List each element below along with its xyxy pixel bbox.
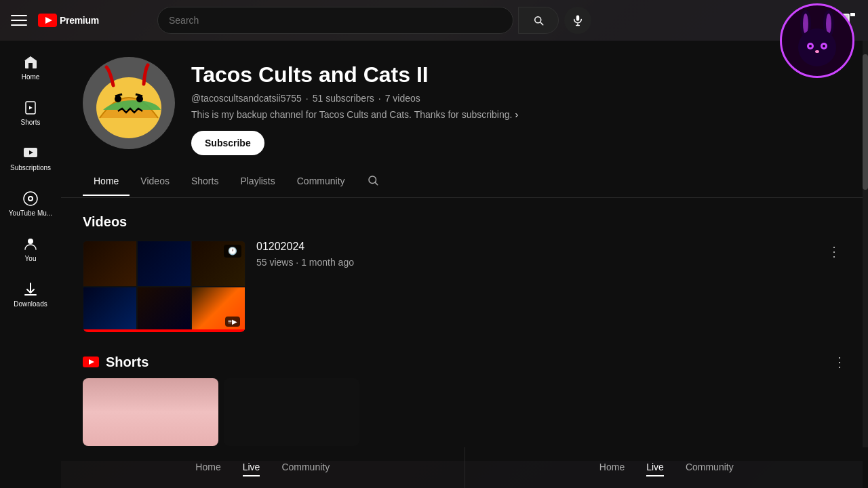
channel-meta: @tacoscultsandcatsii5755 · 51 subscriber… xyxy=(191,93,846,104)
shorts-icon xyxy=(22,100,39,116)
thumb-cell-1 xyxy=(83,241,137,287)
channel-desc-text: This is my backup channel for Tacos Cult… xyxy=(191,109,512,120)
shorts-section: Shorts ⋮ xyxy=(61,343,868,457)
overlay-right-section: Home Live Community xyxy=(465,447,869,488)
channel-tabs: Home Videos Shorts Playlists Community xyxy=(61,166,868,198)
videos-section: Videos 🕐 ≡▶ 01202024 55 views xyxy=(61,198,868,343)
svg-rect-16 xyxy=(28,63,33,68)
svg-point-9 xyxy=(826,14,831,34)
shorts-menu-button[interactable]: ⋮ xyxy=(833,354,846,370)
shorts-header: Shorts ⋮ xyxy=(83,354,846,370)
premium-label: Premium xyxy=(60,15,99,26)
overlay-right-community[interactable]: Community xyxy=(686,459,734,476)
mic-icon xyxy=(572,14,584,26)
bunny-avatar-decoration xyxy=(780,3,861,85)
svg-point-27 xyxy=(136,96,143,102)
sidebar-item-shorts-label: Shorts xyxy=(21,119,41,126)
chevron-right-icon: › xyxy=(515,109,518,120)
playlist-icon: ≡▶ xyxy=(225,317,240,327)
sidebar-item-home[interactable]: Home xyxy=(3,46,58,89)
channel-video-count: 7 videos xyxy=(385,93,420,104)
search-area xyxy=(157,7,591,34)
video-meta: 55 views · 1 month ago xyxy=(256,257,846,268)
search-input[interactable] xyxy=(169,15,502,26)
tab-videos[interactable]: Videos xyxy=(130,167,180,196)
channel-name: Tacos Cults and Cats II xyxy=(191,62,846,87)
svg-point-7 xyxy=(803,14,808,34)
home-icon xyxy=(22,54,39,70)
main-content: Tacos Cults and Cats II @tacoscultsandca… xyxy=(61,41,868,488)
video-age: 1 month ago xyxy=(301,257,354,268)
sidebar-item-music-label: YouTube Mu... xyxy=(9,209,52,217)
sidebar: Home Shorts Subscriptions YouTub xyxy=(0,41,61,488)
youtube-logo-icon xyxy=(38,14,57,27)
search-icon xyxy=(532,14,545,26)
tab-search-button[interactable] xyxy=(361,166,384,197)
mic-button[interactable] xyxy=(564,7,591,34)
shorts-yt-icon xyxy=(83,357,99,367)
channel-header: Tacos Cults and Cats II @tacoscultsandca… xyxy=(61,41,868,166)
overlay-left-community[interactable]: Community xyxy=(281,459,330,476)
channel-handle: @tacoscultsandcatsii5755 xyxy=(191,93,302,104)
menu-button[interactable] xyxy=(11,12,27,28)
tab-home[interactable]: Home xyxy=(83,167,130,196)
overlay-right-live[interactable]: Live xyxy=(646,459,664,476)
svg-rect-23 xyxy=(24,294,37,296)
svg-rect-2 xyxy=(576,16,580,21)
sidebar-item-subscriptions[interactable]: Subscriptions xyxy=(3,137,58,180)
logo[interactable]: Premium xyxy=(38,14,99,27)
thumb-cell-4 xyxy=(83,287,137,333)
progress-bar xyxy=(83,329,245,332)
header: Premium xyxy=(0,0,868,41)
video-title: 01202024 xyxy=(256,241,846,253)
sidebar-item-downloads-label: Downloads xyxy=(14,300,47,308)
bottom-overlay: Home Live Community Home Live Community xyxy=(61,447,868,488)
overlay-left-section: Home Live Community xyxy=(61,447,465,488)
shorts-grid xyxy=(83,378,846,446)
subscriptions-icon xyxy=(22,145,39,161)
sidebar-item-shorts[interactable]: Shorts xyxy=(3,92,58,134)
dot-separator-2: · xyxy=(378,93,381,104)
video-card: 🕐 ≡▶ 01202024 55 views · 1 month ago ⋮ xyxy=(83,241,846,332)
sidebar-item-youtube-music[interactable]: YouTube Mu... xyxy=(3,182,58,225)
svg-point-14 xyxy=(823,45,825,47)
clock-overlay: 🕐 xyxy=(224,245,241,258)
sidebar-item-you[interactable]: You xyxy=(3,228,58,270)
subscribe-button[interactable]: Subscribe xyxy=(191,131,264,155)
scroll-thumb xyxy=(863,54,868,190)
thumb-cell-5 xyxy=(137,287,191,333)
overlay-right-home[interactable]: Home xyxy=(599,459,625,476)
search-button[interactable] xyxy=(518,7,559,34)
channel-description: This is my backup channel for Tacos Cult… xyxy=(191,109,846,120)
svg-point-13 xyxy=(809,45,812,47)
video-thumbnail[interactable]: 🕐 ≡▶ xyxy=(83,241,245,332)
videos-section-title: Videos xyxy=(83,214,846,230)
shorts-title-area: Shorts xyxy=(83,354,149,370)
bunny-illustration xyxy=(787,7,848,75)
sidebar-item-downloads[interactable]: Downloads xyxy=(3,273,58,316)
bunny-circle xyxy=(780,3,854,78)
sidebar-item-home-label: Home xyxy=(22,73,40,81)
video-menu-button[interactable]: ⋮ xyxy=(822,241,846,262)
music-icon xyxy=(22,190,39,207)
overlay-left-home[interactable]: Home xyxy=(195,459,220,476)
video-info: 01202024 55 views · 1 month ago xyxy=(256,241,846,268)
tab-community[interactable]: Community xyxy=(286,167,356,196)
short-card-1[interactable] xyxy=(83,378,218,446)
tab-playlists[interactable]: Playlists xyxy=(229,167,285,196)
channel-avatar-image xyxy=(83,57,175,149)
video-views: 55 views xyxy=(256,257,293,268)
overlay-left-live[interactable]: Live xyxy=(243,459,260,476)
dot-separator-1: · xyxy=(306,93,309,104)
svg-point-21 xyxy=(29,197,32,200)
short-card-2[interactable] xyxy=(224,378,359,446)
channel-avatar xyxy=(83,57,175,149)
tab-shorts[interactable]: Shorts xyxy=(180,167,229,196)
svg-point-15 xyxy=(815,50,819,53)
channel-subscribers: 51 subscribers xyxy=(313,93,374,104)
video-meta-separator: · xyxy=(296,257,301,268)
shorts-section-title: Shorts xyxy=(106,354,149,370)
channel-info: Tacos Cults and Cats II @tacoscultsandca… xyxy=(191,57,846,155)
search-bar xyxy=(157,7,513,34)
svg-point-22 xyxy=(28,239,33,244)
